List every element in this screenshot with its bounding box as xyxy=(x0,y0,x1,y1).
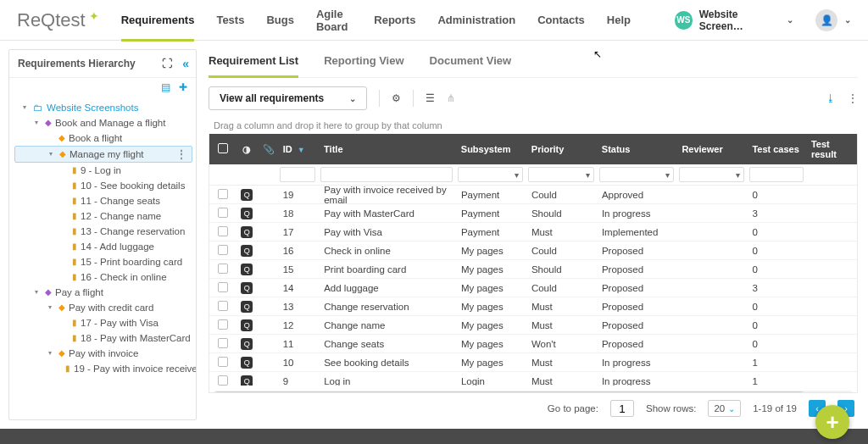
table-row[interactable]: Q14Add luggageMy pagesCouldProposed3 xyxy=(209,279,857,297)
row-checkbox[interactable] xyxy=(218,375,228,386)
tree-book-manage[interactable]: ▾◆ Book and Manage a flight xyxy=(14,115,192,130)
filter-subsystem[interactable]: ▾ xyxy=(458,167,523,182)
preview-icon[interactable]: Q xyxy=(241,226,253,238)
col-title[interactable]: Title xyxy=(319,139,456,159)
add-page-icon[interactable]: ▤ xyxy=(161,81,170,93)
preview-icon[interactable]: Q xyxy=(241,375,253,386)
add-fab-button[interactable]: + xyxy=(815,405,849,439)
nav-contacts[interactable]: Contacts xyxy=(537,0,585,41)
add-item-icon[interactable]: ✚ xyxy=(179,81,187,93)
more-icon[interactable]: ⋮ xyxy=(848,92,858,104)
tree-pay-invoice[interactable]: ▾◆ Pay with invoice xyxy=(14,346,192,361)
columns-icon[interactable]: ☰ xyxy=(426,92,435,104)
settings-icon[interactable]: ⚙ xyxy=(392,92,401,104)
preview-icon[interactable]: Q xyxy=(241,338,253,350)
row-checkbox[interactable] xyxy=(218,189,228,199)
tree-leaf[interactable]: ▮ 17 - Pay with Visa xyxy=(14,315,192,330)
tree-pay-flight[interactable]: ▾◆ Pay a flight xyxy=(14,285,192,300)
hierarchy-tree[interactable]: ▾🗀 Website Screenshots▾◆ Book and Manage… xyxy=(9,97,196,419)
preview-icon[interactable]: Q xyxy=(241,357,253,369)
tab-document-view[interactable]: Document View xyxy=(430,46,512,77)
row-checkbox[interactable] xyxy=(218,264,228,274)
col-testcases[interactable]: Test cases xyxy=(747,139,806,159)
col-reviewer[interactable]: Reviewer xyxy=(676,139,747,159)
tab-reporting-view[interactable]: Reporting View xyxy=(324,46,403,77)
filter-title[interactable] xyxy=(320,167,453,182)
tree-pay-credit[interactable]: ▾◆ Pay with credit card xyxy=(14,300,192,315)
tree-book-flight[interactable]: ◆ Book a flight xyxy=(14,130,192,146)
user-menu[interactable]: 👤 ⌄ xyxy=(815,9,851,31)
tree-manage-flight[interactable]: ▾◆ Manage my flight⋮ xyxy=(14,146,192,163)
row-checkbox[interactable] xyxy=(218,226,228,236)
goto-page-input[interactable] xyxy=(610,400,634,417)
row-checkbox[interactable] xyxy=(218,208,228,218)
project-switcher[interactable]: WS Website Screen… ⌄ xyxy=(675,8,793,32)
attachment-header-icon: 📎 xyxy=(263,144,275,154)
preview-icon[interactable]: Q xyxy=(241,245,253,257)
rows-per-page-select[interactable]: 20⌄ xyxy=(708,400,741,417)
col-priority[interactable]: Priority xyxy=(526,139,597,159)
select-all-checkbox[interactable] xyxy=(218,143,228,153)
preview-icon[interactable]: Q xyxy=(241,319,253,331)
filter-id[interactable] xyxy=(280,167,315,182)
tree-leaf[interactable]: ▮ 15 - Print boarding card xyxy=(14,254,192,269)
row-checkbox[interactable] xyxy=(218,319,228,330)
nav-reports[interactable]: Reports xyxy=(374,0,415,41)
tree-leaf[interactable]: ▮ 11 - Change seats xyxy=(14,193,192,208)
grid-body: Q19Pay with invoice received by emailPay… xyxy=(209,186,857,386)
nav-help[interactable]: Help xyxy=(607,0,631,41)
tree-leaf[interactable]: ▮ 10 - See booking details xyxy=(14,178,192,193)
col-status[interactable]: Status xyxy=(597,139,677,159)
tree-leaf[interactable]: ▮ 19 - Pay with invoice receive xyxy=(14,361,192,376)
row-checkbox[interactable] xyxy=(218,357,228,367)
row-checkbox[interactable] xyxy=(218,338,228,348)
view-tabs: Requirement ListReporting ViewDocument V… xyxy=(209,46,858,78)
tab-requirement-list[interactable]: Requirement List xyxy=(209,46,298,78)
preview-icon[interactable]: Q xyxy=(241,208,253,219)
tree-leaf[interactable]: ▮ 13 - Change reservation xyxy=(14,224,192,239)
nav-administration[interactable]: Administration xyxy=(437,0,515,41)
view-filter-dropdown[interactable]: View all requirements⌄ xyxy=(209,86,367,110)
goto-label: Go to page: xyxy=(548,403,598,413)
row-checkbox[interactable] xyxy=(218,245,228,255)
tree-leaf[interactable]: ▮ 18 - Pay with MasterCard xyxy=(14,330,192,346)
tree-leaf[interactable]: ▮ 9 - Log in xyxy=(14,163,192,178)
nav-agile-board[interactable]: Agile Board xyxy=(316,0,352,41)
col-id[interactable]: ID▼ xyxy=(278,139,319,159)
export-icon[interactable]: ⭳ xyxy=(826,92,836,104)
tree-leaf[interactable]: ▮ 16 - Check in online xyxy=(14,269,192,285)
nav-tests[interactable]: Tests xyxy=(216,0,244,41)
preview-icon[interactable]: Q xyxy=(241,301,253,313)
filter-testcases[interactable] xyxy=(749,167,804,182)
preview-icon[interactable]: Q xyxy=(241,189,253,201)
table-row[interactable]: Q17Pay with VisaPaymentMustImplemented0 xyxy=(209,223,857,241)
group-by-hint[interactable]: Drag a column and drop it here to group … xyxy=(209,117,858,134)
collapse-sidebar-button[interactable]: « xyxy=(182,57,189,70)
preview-icon[interactable]: Q xyxy=(241,282,253,294)
tree-leaf[interactable]: ▮ 14 - Add luggage xyxy=(14,239,192,254)
col-testresult[interactable]: Test result xyxy=(806,134,857,164)
col-subsystem[interactable]: Subsystem xyxy=(456,139,526,159)
nav-requirements[interactable]: Requirements xyxy=(121,0,195,41)
filter-icon[interactable]: ⋔ xyxy=(447,92,455,104)
table-row[interactable]: Q9Log inLoginMustIn progress1 xyxy=(209,372,857,386)
fullscreen-icon[interactable]: ⛶ xyxy=(162,58,172,69)
filter-priority[interactable]: ▾ xyxy=(528,167,593,182)
avatar-icon: 👤 xyxy=(815,9,837,31)
nav-bugs[interactable]: Bugs xyxy=(266,0,294,41)
tree-root[interactable]: ▾🗀 Website Screenshots xyxy=(14,100,192,115)
table-row[interactable]: Q11Change seatsMy pagesWon'tProposed0 xyxy=(209,335,857,353)
table-row[interactable]: Q12Change nameMy pagesMustProposed0 xyxy=(209,316,857,335)
table-row[interactable]: Q10See booking detailsMy pagesMustIn pro… xyxy=(209,353,857,372)
table-row[interactable]: Q13Change reservationMy pagesMustPropose… xyxy=(209,297,857,316)
table-row[interactable]: Q18Pay with MasterCardPaymentShouldIn pr… xyxy=(209,204,857,223)
filter-status[interactable]: ▾ xyxy=(599,167,675,182)
table-row[interactable]: Q19Pay with invoice received by emailPay… xyxy=(209,186,857,204)
preview-icon[interactable]: Q xyxy=(241,264,253,275)
tree-leaf[interactable]: ▮ 12 - Change name xyxy=(14,208,192,224)
filter-reviewer[interactable]: ▾ xyxy=(679,167,744,182)
row-checkbox[interactable] xyxy=(218,301,228,311)
table-row[interactable]: Q16Check in onlineMy pagesCouldProposed0 xyxy=(209,241,857,260)
table-row[interactable]: Q15Print boarding cardMy pagesShouldProp… xyxy=(209,260,857,279)
row-checkbox[interactable] xyxy=(218,282,228,292)
